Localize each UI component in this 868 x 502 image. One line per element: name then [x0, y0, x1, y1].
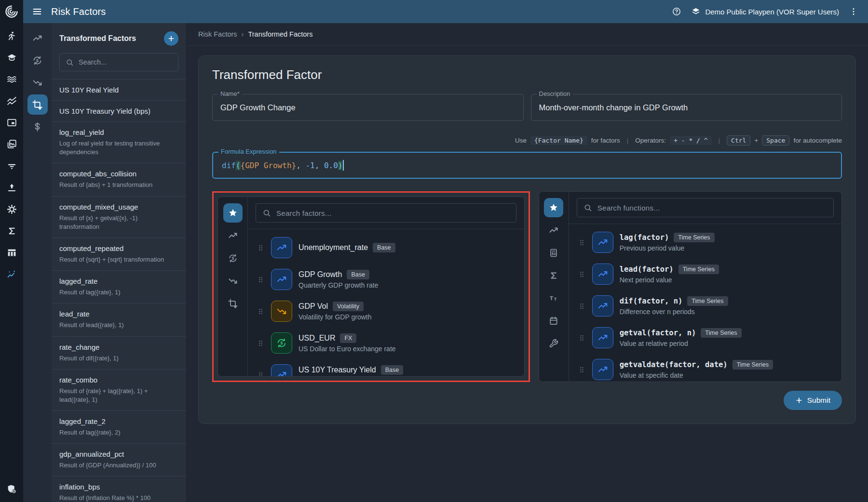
factor-description: Log of real yield for testing transitive… — [59, 139, 178, 157]
drag-handle-icon[interactable] — [578, 238, 586, 247]
sidebar-item-data-tables[interactable] — [7, 248, 17, 258]
space-key: Space — [762, 135, 789, 145]
add-factor-button[interactable] — [164, 31, 178, 46]
factors-picker-highlight: $ Unemployment_rate Base — [212, 191, 530, 382]
factor-list-item[interactable]: rate_change Result of dif({rate}, 1) — [52, 337, 186, 370]
sidebar-item-market-trends[interactable] — [7, 96, 17, 106]
sidebar-item-education[interactable] — [7, 53, 17, 63]
factor-list-item[interactable]: log_real_yield Log of real yield for tes… — [52, 122, 186, 163]
factor-search-input[interactable] — [79, 58, 172, 66]
breadcrumb-parent[interactable]: Risk Factors — [198, 30, 237, 38]
sidebar-item-simulations[interactable] — [7, 31, 17, 41]
formula-token-paren: ) — [338, 161, 343, 170]
factor-row[interactable]: Unemployment_rate Base — [248, 232, 524, 264]
rail-item-derived-factors[interactable] — [27, 72, 48, 92]
transformed-factors-panel: Transformed Factors US 10Y Real Yield US… — [52, 23, 187, 502]
item-badge: Time Series — [674, 233, 714, 242]
function-row[interactable]: lead(factor) Time Series Next period val… — [569, 258, 841, 290]
factor-list-item[interactable]: rate_combo Result of {rate} + lag({rate}… — [52, 370, 186, 411]
factors-picker: $ Unemployment_rate Base — [217, 197, 525, 377]
factors-category-favorites[interactable] — [223, 203, 243, 223]
factor-row[interactable]: US 10Y Treasury Yield Base 10-Year US Tr… — [248, 359, 524, 376]
formula-token-fn: dif — [222, 161, 236, 170]
function-row[interactable]: dif(factor, n) Time Series Difference ov… — [569, 290, 841, 322]
drag-handle-icon[interactable] — [578, 270, 586, 278]
menu-icon[interactable] — [32, 6, 42, 17]
factor-list-item[interactable]: lagged_rate Result of lag({rate}, 1) — [52, 271, 186, 304]
functions-category-text[interactable]: TT — [544, 289, 563, 308]
functions-category-date[interactable] — [544, 311, 563, 330]
sidebar-item-liquidity[interactable] — [7, 74, 17, 84]
name-field: Name* — [212, 94, 524, 121]
functions-search-input[interactable] — [597, 204, 827, 212]
drag-handle-icon[interactable] — [257, 276, 265, 284]
panel-title: Transformed Factors — [59, 34, 136, 43]
workspace-switcher[interactable]: Demo Public Playpen (VOR Super Users) — [691, 7, 839, 16]
gear-icon — [7, 204, 17, 214]
functions-picker: TT lag(factor) Time Series — [539, 191, 842, 382]
sidebar-item-dashboards[interactable] — [7, 118, 17, 128]
factor-list-item[interactable]: US 10Y Real Yield — [52, 79, 186, 101]
sigma-icon — [549, 271, 558, 280]
description-input[interactable] — [539, 103, 834, 112]
drag-handle-icon[interactable] — [257, 244, 265, 252]
sidebar-item-upload[interactable] — [7, 183, 17, 193]
factor-list-item[interactable]: computed_mixed_usage Result of {x} + get… — [52, 197, 186, 238]
formula-expression-field[interactable]: Formula Expression dif({GDP Growth}, -1,… — [212, 152, 842, 179]
page-title: Risk Factors — [51, 6, 106, 17]
functions-category-aggregate[interactable] — [544, 266, 563, 285]
factor-description: Result of lag({rate}, 1) — [59, 288, 178, 297]
factor-row[interactable]: GDP Vol Volatility Volatility for GDP gr… — [248, 295, 524, 327]
function-row[interactable]: lag(factor) Time Series Previous period … — [569, 226, 841, 258]
function-row[interactable]: getvaldate(factor, date) Time Series Val… — [569, 354, 841, 382]
sidebar-item-admin[interactable] — [7, 484, 17, 494]
submit-button[interactable]: Submit — [784, 391, 842, 410]
sidebar-item-aggregation[interactable] — [7, 226, 17, 236]
factors-category-volatility[interactable] — [223, 271, 243, 291]
factors-category-transformed[interactable] — [223, 294, 243, 313]
drag-handle-icon[interactable] — [578, 334, 586, 342]
factor-row[interactable]: $ USD_EUR FX US Dollar to Euro exchange … — [248, 327, 524, 359]
factors-category-fx[interactable]: $ — [223, 249, 243, 268]
factor-name: US 10Y Treasury Yield (bps) — [59, 107, 178, 115]
drag-handle-icon[interactable] — [578, 366, 586, 374]
factors-category-base[interactable] — [223, 226, 243, 245]
function-row[interactable]: getval(factor, n) Time Series Value at r… — [569, 322, 841, 354]
sidebar-item-filters[interactable] — [7, 161, 17, 171]
factor-list-item[interactable]: lagged_rate_2 Result of lag({rate}, 2) — [52, 411, 186, 444]
functions-category-math[interactable] — [544, 243, 563, 263]
functions-category-favorites[interactable] — [544, 198, 563, 217]
item-name: US 10Y Treasury Yield — [298, 366, 376, 374]
drag-handle-icon[interactable] — [257, 371, 265, 377]
factor-list-item[interactable]: US 10Y Treasury Yield (bps) — [52, 101, 186, 122]
factor-list-item[interactable]: gdp_annualized_pct Result of {GDP (Annua… — [52, 444, 186, 476]
factor-list-item[interactable]: computed_abs_collision Result of {abs} +… — [52, 163, 186, 196]
item-description: Value at relative period — [620, 340, 742, 347]
rail-item-transformed-factors[interactable] — [27, 94, 48, 115]
factor-list-item[interactable]: lead_rate Result of lead({rate}, 1) — [52, 304, 186, 336]
functions-category-time-series[interactable] — [544, 221, 563, 240]
rail-item-base-factors[interactable] — [27, 28, 48, 48]
sidebar-item-gallery[interactable] — [7, 139, 17, 149]
drag-handle-icon[interactable] — [257, 307, 265, 316]
functions-category-tools[interactable] — [544, 334, 563, 353]
calendar-icon — [549, 316, 558, 326]
app-logo[interactable] — [0, 0, 23, 23]
trend-up-icon — [592, 359, 613, 380]
drag-handle-icon[interactable] — [257, 339, 265, 347]
factors-search-input[interactable] — [276, 209, 510, 217]
sidebar-item-insights[interactable] — [7, 269, 17, 279]
factor-row[interactable]: GDP Growth Base Quarterly GDP growth rat… — [248, 264, 524, 295]
kebab-menu-icon[interactable] — [849, 7, 858, 16]
factor-list-item[interactable]: inflation_bps Result of {Inflation Rate … — [52, 476, 186, 502]
item-description: Previous period value — [620, 244, 715, 252]
drag-handle-icon[interactable] — [578, 302, 586, 310]
item-name: USD_EUR — [298, 334, 335, 343]
rail-item-fx-factors[interactable]: $ — [27, 50, 48, 70]
svg-text:$: $ — [231, 256, 234, 261]
sidebar-item-settings[interactable] — [7, 204, 17, 214]
rail-item-pricing-factors[interactable] — [27, 117, 48, 137]
help-icon[interactable] — [672, 7, 681, 16]
factor-list-item[interactable]: computed_repeated Result of {sqrt} + {sq… — [52, 238, 186, 271]
name-input[interactable] — [220, 103, 515, 112]
